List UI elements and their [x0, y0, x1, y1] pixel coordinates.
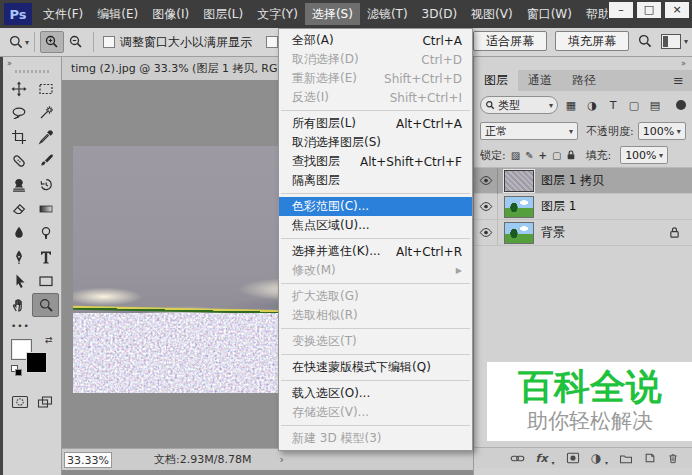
menu-edit[interactable]: 编辑(E)	[90, 3, 145, 25]
filter-pixel-layers-icon[interactable]: ▦	[563, 99, 579, 112]
adjustment-layer-icon[interactable]: ◑	[591, 451, 601, 465]
layer-row-background[interactable]: 背景	[474, 220, 692, 246]
link-layers-icon[interactable]	[510, 454, 525, 463]
new-group-icon[interactable]	[619, 453, 633, 464]
path-selection-tool[interactable]	[5, 269, 32, 293]
menu-file[interactable]: 文件(F)	[36, 3, 90, 25]
opacity-select[interactable]: 100% ▾	[638, 122, 686, 140]
delete-layer-icon[interactable]	[667, 452, 679, 465]
menu-item-select-all[interactable]: 全部(A)Ctrl+A	[279, 31, 472, 50]
minimize-button[interactable]: –	[608, 1, 634, 19]
fill-screen-button[interactable]: 填充屏幕	[555, 31, 629, 51]
resize-window-checkbox[interactable]	[103, 36, 115, 48]
layer-name[interactable]: 图层 1 拷贝	[541, 172, 604, 189]
clone-stamp-tool[interactable]	[5, 173, 32, 197]
lock-pixels-icon[interactable]: ✎	[525, 150, 533, 161]
rectangle-shape-tool[interactable]	[32, 269, 59, 293]
zoom-level-field[interactable]: 33.33%	[64, 452, 112, 468]
menu-item-grow[interactable]: 扩大选取(G)	[279, 287, 472, 306]
layer-row-1[interactable]: 图层 1	[474, 194, 692, 220]
visibility-toggle[interactable]	[474, 168, 498, 194]
menu-view[interactable]: 视图(V)	[464, 3, 520, 25]
document-tab[interactable]: timg (2).jpg @ 33.3% (图层 1 拷贝, RGB/8#	[62, 57, 288, 80]
zoom-in-button[interactable]	[40, 31, 64, 53]
quick-mask-icon[interactable]	[11, 395, 29, 409]
toolbox-drag-grip[interactable]	[15, 70, 49, 73]
menu-layer[interactable]: 图层(L)	[196, 3, 250, 25]
menu-item-quick-mask-mode[interactable]: 在快速蒙版模式下编辑(Q)	[279, 358, 472, 377]
default-colors-icon[interactable]	[11, 365, 23, 377]
filter-smart-objects-icon[interactable]: ▤	[647, 99, 663, 112]
visibility-toggle[interactable]	[474, 194, 498, 220]
menu-item-deselect-layers[interactable]: 取消选择图层(S)	[279, 133, 472, 152]
blur-tool[interactable]	[5, 221, 32, 245]
menu-item-new-3d-extrusion[interactable]: 新建 3D 模型(3)	[279, 429, 472, 448]
rectangular-marquee-tool[interactable]	[32, 77, 59, 101]
layer-thumbnail[interactable]	[504, 222, 534, 244]
menu-item-modify[interactable]: 修改(M)▶	[279, 261, 472, 280]
filter-type-layers-icon[interactable]: T	[605, 99, 621, 112]
menu-item-save-selection[interactable]: 存储选区(V)...	[279, 403, 472, 422]
move-tool[interactable]	[5, 77, 32, 101]
close-button[interactable]: ×	[664, 1, 690, 19]
layer-name[interactable]: 背景	[541, 224, 565, 241]
background-color-swatch[interactable]	[26, 352, 47, 373]
layer-name[interactable]: 图层 1	[541, 198, 576, 215]
history-brush-tool[interactable]	[32, 173, 59, 197]
eyedropper-tool[interactable]	[32, 125, 59, 149]
lock-position-icon[interactable]: +	[539, 150, 547, 161]
zoom-tool[interactable]	[32, 293, 59, 317]
layer-filter-type-select[interactable]: 类型 ▾	[480, 96, 558, 114]
menu-item-find-layers[interactable]: 查找图层Alt+Shift+Ctrl+F	[279, 152, 472, 171]
fit-screen-button[interactable]: 适合屏幕	[473, 31, 547, 51]
type-tool[interactable]	[32, 245, 59, 269]
menu-filter[interactable]: 滤镜(T)	[360, 3, 415, 25]
menu-item-select-and-mask[interactable]: 选择并遮住(K)...Alt+Ctrl+R	[279, 242, 472, 261]
layer-row-copy[interactable]: 图层 1 拷贝	[474, 168, 692, 194]
search-icon[interactable]	[637, 33, 653, 49]
menu-item-inverse[interactable]: 反选(I)Shift+Ctrl+I	[279, 88, 472, 107]
menu-item-color-range[interactable]: 色彩范围(C)...	[279, 197, 472, 216]
add-mask-icon[interactable]	[566, 452, 580, 464]
panel-menu-icon[interactable]: ≡	[673, 70, 692, 91]
layer-style-icon[interactable]: fx	[536, 452, 548, 465]
lock-artboard-icon[interactable]: ▢	[552, 150, 561, 161]
menu-item-similar[interactable]: 选取相似(R)	[279, 306, 472, 325]
menu-item-reselect[interactable]: 重新选择(E)Shift+Ctrl+D	[279, 69, 472, 88]
swap-colors-icon[interactable]: ⇄	[45, 335, 53, 345]
brush-tool[interactable]	[32, 149, 59, 173]
menu-item-deselect[interactable]: 取消选择(D)Ctrl+D	[279, 50, 472, 69]
tab-paths[interactable]: 路径	[562, 70, 606, 91]
hand-tool[interactable]	[5, 293, 32, 317]
magic-wand-tool[interactable]	[32, 101, 59, 125]
toolbox-collapse-icon[interactable]: »	[3, 57, 61, 68]
fill-select[interactable]: 100% ▾	[620, 146, 668, 164]
maximize-button[interactable]: □	[636, 1, 662, 19]
filter-shape-layers-icon[interactable]: ▢	[626, 99, 642, 112]
menu-image[interactable]: 图像(I)	[145, 3, 196, 25]
menu-3d[interactable]: 3D(D)	[415, 3, 464, 25]
menu-item-transform-selection[interactable]: 变换选区(T)	[279, 332, 472, 351]
tool-preset-picker[interactable]: ▾	[8, 34, 29, 50]
lasso-tool[interactable]	[5, 101, 32, 125]
tab-layers[interactable]: 图层	[474, 70, 518, 91]
layer-thumbnail[interactable]	[504, 196, 534, 218]
menu-type[interactable]: 文字(Y)	[250, 3, 305, 25]
screen-mode-icon[interactable]	[37, 395, 53, 409]
menu-select[interactable]: 选择(S)	[305, 3, 360, 25]
menu-item-focus-area[interactable]: 焦点区域(U)...	[279, 216, 472, 235]
spot-healing-brush-tool[interactable]	[5, 149, 32, 173]
lock-all-icon[interactable]	[566, 149, 576, 161]
dodge-tool[interactable]	[32, 221, 59, 245]
new-layer-icon[interactable]	[644, 452, 656, 464]
crop-tool[interactable]	[5, 125, 32, 149]
workspace-switcher[interactable]: ▾	[661, 34, 688, 49]
blend-mode-select[interactable]: 正常 ▾	[480, 122, 578, 140]
gradient-tool[interactable]	[32, 197, 59, 221]
tab-channels[interactable]: 通道	[518, 70, 562, 91]
edit-toolbar-icon[interactable]: •••	[3, 317, 61, 331]
zoom-all-windows-checkbox[interactable]	[266, 36, 278, 48]
filter-adjustment-layers-icon[interactable]: ◑	[584, 99, 600, 112]
menu-item-load-selection[interactable]: 载入选区(O)...	[279, 384, 472, 403]
status-expand-arrow[interactable]: ›	[279, 453, 283, 466]
